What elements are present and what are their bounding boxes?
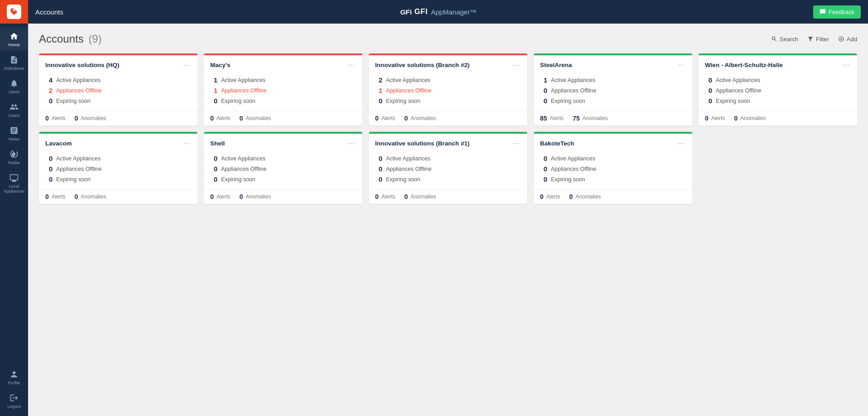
sidebar-radar-label: Radar — [8, 160, 20, 165]
sidebar-item-news[interactable]: News — [0, 121, 28, 145]
card-menu-button[interactable]: ⋯ — [677, 139, 686, 148]
appliances-offline-label: Appliances Offline — [386, 166, 432, 172]
card-menu-button[interactable]: ⋯ — [677, 61, 686, 69]
card-menu-button[interactable]: ⋯ — [512, 61, 521, 69]
card-menu-button[interactable]: ⋯ — [347, 139, 356, 148]
account-name: BakoteTech — [540, 140, 677, 148]
brand-name: GFI — [414, 7, 428, 16]
appliances-offline-count: 0 — [210, 165, 217, 173]
filter-icon — [807, 36, 814, 42]
sidebar-item-radar[interactable]: Radar — [0, 145, 28, 169]
card-header: Shell ⋯ — [204, 134, 362, 151]
account-name: Innovative solutions (Branch #1) — [375, 140, 512, 148]
account-card[interactable]: Lavacom ⋯ 0 Active Appliances 0 Applianc… — [39, 132, 198, 204]
sidebar-users-label: Users — [9, 113, 20, 118]
expiring-soon-count: 0 — [540, 97, 547, 105]
card-header: Innovative solutions (Branch #1) ⋯ — [369, 134, 527, 151]
account-card[interactable]: Innovative solutions (Branch #2) ⋯ 2 Act… — [369, 53, 527, 126]
card-footer: 0 Alerts 0 Anomalies — [369, 111, 527, 126]
feedback-button[interactable]: Feedback — [813, 5, 861, 19]
expiring-soon-stat: 0 Expiring soon — [210, 96, 356, 106]
alerts-count: 0 — [45, 115, 49, 122]
active-appliances-stat: 4 Active Appliances — [45, 75, 191, 85]
search-label: Search — [780, 36, 798, 43]
sidebar-item-home[interactable]: Home — [0, 27, 28, 51]
expiring-soon-count: 0 — [375, 175, 382, 183]
content-area: Accounts (9) Search Filter — [28, 24, 868, 416]
card-menu-button[interactable]: ⋯ — [182, 139, 191, 148]
anomalies-stat: 0 Anomalies — [74, 115, 106, 122]
appliances-offline-count: 0 — [45, 165, 53, 173]
alerts-label: Alerts — [381, 115, 395, 121]
sidebar-item-profile[interactable]: Profile — [0, 365, 28, 389]
appliances-offline-stat: 1 Appliances Offline — [210, 85, 356, 96]
sidebar-item-users[interactable]: Users — [0, 98, 28, 121]
page-title: Accounts — [39, 33, 84, 45]
anomalies-count: 0 — [569, 193, 573, 200]
active-appliances-label: Active Appliances — [386, 77, 430, 83]
anomalies-stat: 0 Anomalies — [239, 193, 271, 200]
sidebar-logout-label: Logout — [7, 404, 20, 409]
card-menu-button[interactable]: ⋯ — [347, 61, 356, 69]
appliances-offline-label: Appliances Offline — [221, 166, 267, 172]
account-card[interactable]: Innovative solutions (HQ) ⋯ 4 Active App… — [39, 53, 198, 126]
card-menu-button[interactable]: ⋯ — [512, 139, 521, 148]
account-name: SteelArena — [540, 61, 677, 69]
active-appliances-count: 1 — [540, 76, 547, 84]
sidebar-definitions-label: Definitions — [4, 66, 24, 71]
logo-mark — [7, 5, 21, 19]
account-card[interactable]: Macy's ⋯ 1 Active Appliances 1 Appliance… — [204, 53, 362, 126]
sidebar-news-label: News — [9, 136, 19, 141]
gfi-logo-icon: GFI — [400, 7, 412, 16]
alerts-stat: 0 Alerts — [705, 115, 725, 122]
anomalies-stat: 0 Anomalies — [404, 193, 436, 200]
account-card[interactable]: Shell ⋯ 0 Active Appliances 0 Appliances… — [204, 132, 362, 204]
filter-button[interactable]: Filter — [807, 36, 829, 43]
expiring-soon-count: 0 — [45, 175, 53, 183]
expiring-soon-label: Expiring soon — [221, 176, 256, 183]
active-appliances-label: Active Appliances — [56, 77, 101, 83]
alerts-label: Alerts — [546, 193, 560, 200]
sidebar-item-definitions[interactable]: Definitions — [0, 51, 28, 74]
card-footer: 0 Alerts 0 Anomalies — [39, 111, 198, 126]
card-header: Wien - Albert-Schultz-Halle ⋯ — [699, 55, 857, 73]
alerts-label: Alerts — [52, 115, 66, 121]
card-menu-button[interactable]: ⋯ — [842, 61, 851, 69]
expiring-soon-label: Expiring soon — [56, 98, 91, 104]
appliances-offline-stat: 1 Appliances Offline — [375, 85, 521, 96]
users-icon — [10, 102, 19, 111]
active-appliances-count: 2 — [375, 76, 382, 84]
sidebar-item-alerts[interactable]: Alerts — [0, 74, 28, 98]
alerts-stat: 0 Alerts — [45, 115, 65, 122]
active-appliances-label: Active Appliances — [221, 155, 265, 162]
account-card[interactable]: Wien - Albert-Schultz-Halle ⋯ 0 Active A… — [699, 53, 857, 126]
sidebar-item-local-appliances[interactable]: Local Appliances — [0, 169, 28, 197]
expiring-soon-label: Expiring soon — [386, 98, 420, 104]
card-footer: 85 Alerts 75 Anomalies — [534, 111, 692, 126]
add-button[interactable]: Add — [838, 36, 857, 43]
svg-text:GFI: GFI — [400, 8, 412, 16]
sidebar-item-logout[interactable]: Logout — [0, 389, 28, 412]
card-menu-button[interactable]: ⋯ — [182, 61, 191, 69]
profile-icon — [10, 370, 19, 379]
sidebar-logo[interactable] — [0, 0, 28, 24]
alerts-label: Alerts — [217, 115, 231, 121]
alerts-stat: 0 Alerts — [375, 115, 395, 122]
account-name: Wien - Albert-Schultz-Halle — [705, 61, 842, 69]
appliances-offline-stat: 0 Appliances Offline — [45, 164, 191, 174]
appliances-offline-label: Appliances Offline — [386, 87, 432, 94]
card-header: Lavacom ⋯ — [39, 134, 198, 151]
active-appliances-label: Active Appliances — [221, 77, 265, 83]
accounts-grid: Innovative solutions (HQ) ⋯ 4 Active App… — [39, 53, 857, 204]
expiring-soon-label: Expiring soon — [386, 176, 420, 183]
account-card[interactable]: Innovative solutions (Branch #1) ⋯ 0 Act… — [369, 132, 527, 204]
active-appliances-count: 1 — [210, 76, 217, 84]
account-card[interactable]: BakoteTech ⋯ 0 Active Appliances 0 Appli… — [534, 132, 692, 204]
alerts-stat: 0 Alerts — [210, 193, 230, 200]
search-button[interactable]: Search — [771, 36, 798, 43]
active-appliances-count: 0 — [45, 155, 53, 162]
alerts-label: Alerts — [52, 193, 66, 200]
account-card[interactable]: SteelArena ⋯ 1 Active Appliances 0 Appli… — [534, 53, 692, 126]
filter-label: Filter — [816, 36, 829, 43]
anomalies-label: Anomalies — [81, 115, 106, 121]
